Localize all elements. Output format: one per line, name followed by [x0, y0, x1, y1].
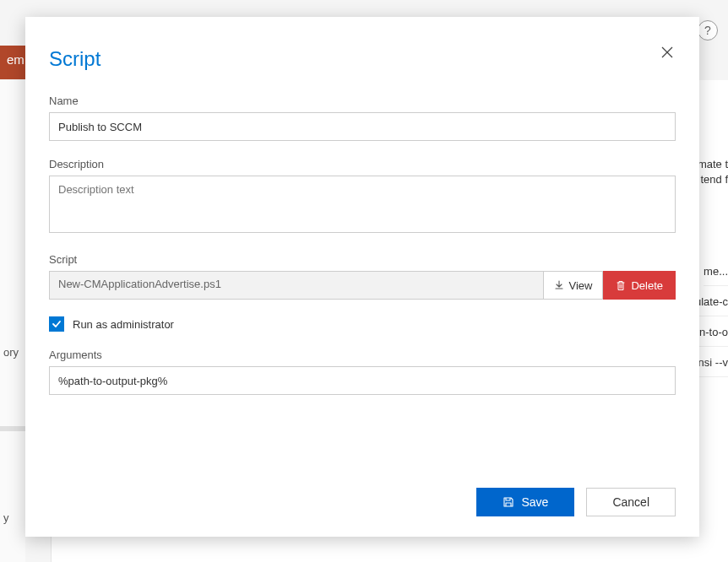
delete-button-label: Delete — [631, 279, 663, 292]
arguments-input[interactable] — [49, 366, 676, 395]
checkmark-icon — [52, 319, 62, 329]
modal-title: Script — [49, 47, 676, 71]
bg-sidebar-item: ory — [0, 343, 22, 361]
bg-sidebar: ory y — [0, 80, 25, 562]
close-icon — [661, 46, 673, 58]
run-as-admin-checkbox[interactable] — [49, 316, 64, 332]
script-filename-display: New-CMApplicationAdvertise.ps1 — [49, 271, 544, 300]
save-button-label: Save — [521, 495, 548, 509]
close-button[interactable] — [655, 41, 679, 64]
name-group: Name — [49, 95, 676, 141]
bg-list-item: me... — [704, 257, 728, 286]
description-label: Description — [49, 158, 676, 170]
name-input[interactable] — [49, 112, 676, 141]
cancel-button[interactable]: Cancel — [586, 488, 676, 516]
help-icon-label: ? — [704, 24, 711, 37]
cancel-button-label: Cancel — [612, 495, 649, 509]
delete-button[interactable]: Delete — [603, 271, 676, 300]
bg-sidebar-item: y — [0, 509, 13, 527]
script-row: New-CMApplicationAdvertise.ps1 View Dele… — [49, 271, 676, 300]
bg-header-fragment: em — [0, 46, 25, 79]
script-label: Script — [49, 253, 676, 266]
download-icon — [554, 280, 564, 290]
view-button-label: View — [568, 279, 592, 292]
save-icon — [503, 496, 514, 508]
script-group: Script New-CMApplicationAdvertise.ps1 Vi… — [49, 253, 676, 300]
modal-footer: Save Cancel — [49, 471, 676, 516]
run-as-admin-row: Run as administrator — [49, 316, 676, 332]
bg-list-item: n-to-o — [699, 318, 728, 347]
bg-text: tend f — [700, 171, 728, 187]
help-icon[interactable]: ? — [698, 20, 718, 41]
description-input[interactable] — [49, 176, 676, 233]
description-group: Description — [49, 158, 676, 236]
arguments-group: Arguments — [49, 349, 676, 395]
name-label: Name — [49, 95, 676, 107]
bg-sidebar-item — [0, 426, 25, 431]
run-as-admin-label: Run as administrator — [73, 318, 174, 331]
trash-icon — [616, 280, 626, 291]
bg-list-item: nsi --v — [698, 349, 728, 377]
save-button[interactable]: Save — [476, 488, 574, 516]
bg-list-item: ulate-c — [695, 288, 728, 316]
arguments-label: Arguments — [49, 349, 676, 361]
view-button[interactable]: View — [544, 271, 603, 300]
script-modal: Script Name Description Script New-CMApp… — [25, 17, 699, 537]
bg-text: mate t — [698, 156, 728, 172]
